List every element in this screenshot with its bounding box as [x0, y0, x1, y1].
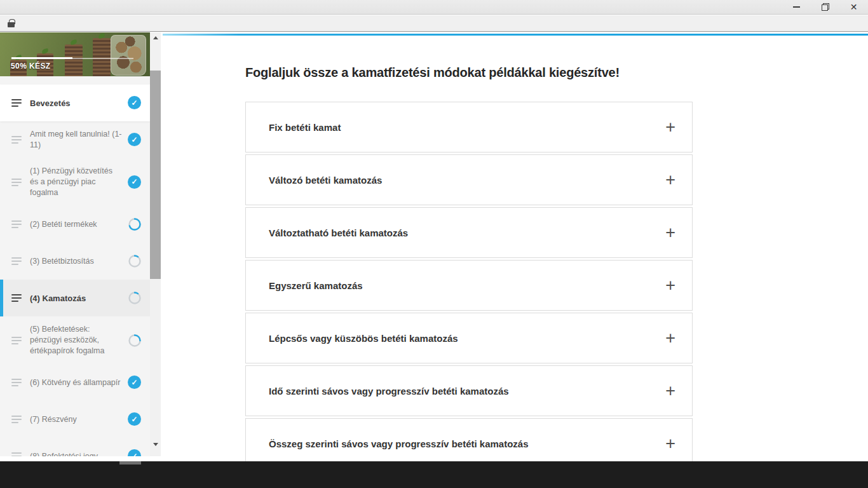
lesson-label: (8) Befektetési jegy	[30, 451, 128, 457]
check-icon: ✓	[128, 175, 141, 189]
app-window: ✕ 50% KÉSZ Bevezetés ✓	[0, 0, 868, 488]
sidebar-lesson-item[interactable]: (6) Kötvény és állampapír ✓	[0, 364, 150, 401]
sidebar-lesson-item[interactable]: (1) Pénzügyi közvetítés és a pénzügyi pi…	[0, 158, 150, 206]
progress-ring-icon	[128, 291, 142, 305]
lesson-status: ✓	[128, 412, 142, 426]
lesson-label: (4) Kamatozás	[30, 293, 128, 304]
progress-ring-icon	[128, 217, 142, 231]
scrollbar-thumb[interactable]	[150, 71, 161, 279]
player-footer-bar	[0, 461, 868, 488]
check-icon: ✓	[128, 376, 141, 389]
content-region: 50% KÉSZ Bevezetés ✓ Amit meg kell tanul…	[0, 32, 868, 461]
accordion-header[interactable]: Összeg szerinti sávos vagy progresszív b…	[245, 418, 693, 461]
lesson-status: ✓	[128, 96, 142, 110]
sidebar-lesson-item[interactable]: (5) Befektetések: pénzügyi eszközök, ért…	[0, 316, 150, 364]
lesson-label: (1) Pénzügyi közvetítés és a pénzügyi pi…	[30, 166, 128, 198]
lesson-lines-icon	[11, 337, 22, 344]
check-icon: ✓	[128, 449, 141, 456]
lesson-label: (2) Betéti termékek	[30, 219, 128, 230]
sidebar-scrollbar[interactable]	[150, 32, 161, 456]
lesson-lines-icon	[11, 99, 22, 107]
minimize-button[interactable]	[782, 0, 811, 14]
expand-plus-icon[interactable]: +	[665, 383, 675, 400]
lesson-label: (6) Kötvény és állampapír	[30, 377, 128, 388]
expand-plus-icon[interactable]: +	[665, 277, 675, 294]
lesson-status: ✓	[128, 449, 142, 456]
progress-ring-icon	[128, 254, 142, 268]
coin-jar-image	[111, 35, 146, 76]
accordion-label: Egyszerű kamatozás	[269, 280, 363, 291]
lesson-status: ✓	[128, 175, 142, 189]
restore-button[interactable]	[811, 0, 839, 14]
expand-plus-icon[interactable]: +	[665, 435, 675, 452]
accordion-header[interactable]: Változó betéti kamatozás +	[245, 154, 693, 205]
accordion-label: Változtatható betéti kamatozás	[269, 227, 408, 238]
expand-plus-icon[interactable]: +	[665, 119, 675, 136]
sidebar-lesson-item[interactable]: Amit meg kell tanulnia! (1-11) ✓	[0, 121, 150, 158]
accordion-header[interactable]: Fix betéti kamat +	[245, 102, 693, 152]
page-title: Foglaljuk össze a kamatfizetési módokat …	[245, 65, 620, 80]
scroll-down-button[interactable]	[150, 439, 161, 450]
sidebar-lesson-item[interactable]: (7) Részvény ✓	[0, 401, 150, 438]
restore-icon	[822, 3, 829, 11]
sidebar-lesson-item[interactable]: (2) Betéti termékek	[0, 206, 150, 243]
sidebar-lesson-item[interactable]: (8) Befektetési jegy ✓	[0, 438, 150, 456]
accordion-header[interactable]: Idő szerinti sávos vagy progresszív beté…	[245, 365, 693, 416]
expand-plus-icon[interactable]: +	[665, 172, 675, 189]
lesson-label: (5) Befektetések: pénzügyi eszközök, ért…	[30, 324, 128, 356]
lesson-label: (7) Részvény	[30, 414, 128, 425]
lesson-lines-icon	[11, 220, 22, 228]
arrow-up-icon	[153, 36, 158, 39]
course-progress-label: 50% KÉSZ	[11, 62, 51, 71]
lesson-lines-icon	[11, 416, 22, 423]
lesson-status: ✓	[128, 133, 142, 147]
course-progress-bar	[11, 58, 133, 59]
lesson-content: Foglaljuk össze a kamatfizetési módokat …	[163, 32, 868, 461]
accordion-header[interactable]: Változtatható betéti kamatozás +	[245, 207, 693, 258]
arrow-down-icon	[153, 443, 158, 446]
browser-toolbar	[0, 15, 868, 32]
lesson-status	[128, 217, 142, 231]
title-bar: ✕	[0, 0, 868, 15]
expand-plus-icon[interactable]: +	[665, 224, 675, 241]
accordion-header[interactable]: Egyszerű kamatozás +	[245, 260, 693, 311]
lesson-status	[128, 334, 142, 348]
accordion-label: Változó betéti kamatozás	[269, 175, 382, 186]
lesson-progress-accent	[163, 34, 868, 36]
expand-plus-icon[interactable]: +	[665, 330, 675, 347]
course-progress-fill	[11, 57, 72, 59]
accordion-header[interactable]: Lépcsős vagy küszöbös betéti kamatozás +	[245, 313, 693, 363]
lesson-status	[128, 291, 142, 305]
lesson-label: Amit meg kell tanulnia! (1-11)	[30, 129, 128, 151]
lesson-lines-icon	[11, 257, 22, 265]
lesson-lines-icon	[11, 136, 22, 144]
progress-ring-icon	[128, 334, 142, 348]
footer-scroll-fragment	[119, 461, 141, 464]
check-icon: ✓	[128, 412, 141, 426]
lesson-list: Bevezetés ✓ Amit meg kell tanulnia! (1-1…	[0, 85, 150, 456]
close-icon: ✕	[850, 3, 858, 11]
minimize-icon	[793, 6, 800, 8]
lesson-lines-icon	[11, 379, 22, 386]
sidebar-lesson-item[interactable]: (4) Kamatozás	[0, 280, 150, 316]
lesson-lines-icon	[11, 294, 22, 302]
scroll-up-button[interactable]	[150, 32, 161, 43]
lesson-status	[128, 254, 142, 268]
accordion-label: Lépcsős vagy küszöbös betéti kamatozás	[269, 333, 458, 344]
close-button[interactable]: ✕	[839, 0, 868, 14]
lesson-lines-icon	[11, 179, 22, 186]
check-icon: ✓	[128, 96, 141, 109]
accordion-label: Fix betéti kamat	[269, 122, 341, 133]
coin-stack-image	[65, 44, 83, 76]
progress-header-image: 50% KÉSZ	[0, 32, 150, 76]
check-icon: ✓	[128, 133, 141, 146]
interest-accordion: Fix betéti kamat + Változó betéti kamato…	[245, 102, 693, 461]
lesson-label: (3) Betétbiztosítás	[30, 256, 128, 267]
course-sidebar: 50% KÉSZ Bevezetés ✓ Amit meg kell tanul…	[0, 32, 150, 456]
lesson-status: ✓	[128, 376, 142, 390]
sidebar-lesson-item[interactable]: Bevezetés ✓	[0, 85, 150, 121]
lesson-lines-icon	[11, 452, 22, 456]
accordion-label: Idő szerinti sávos vagy progresszív beté…	[269, 386, 509, 396]
sidebar-lesson-item[interactable]: (3) Betétbiztosítás	[0, 243, 150, 280]
accordion-label: Összeg szerinti sávos vagy progresszív b…	[269, 438, 529, 449]
